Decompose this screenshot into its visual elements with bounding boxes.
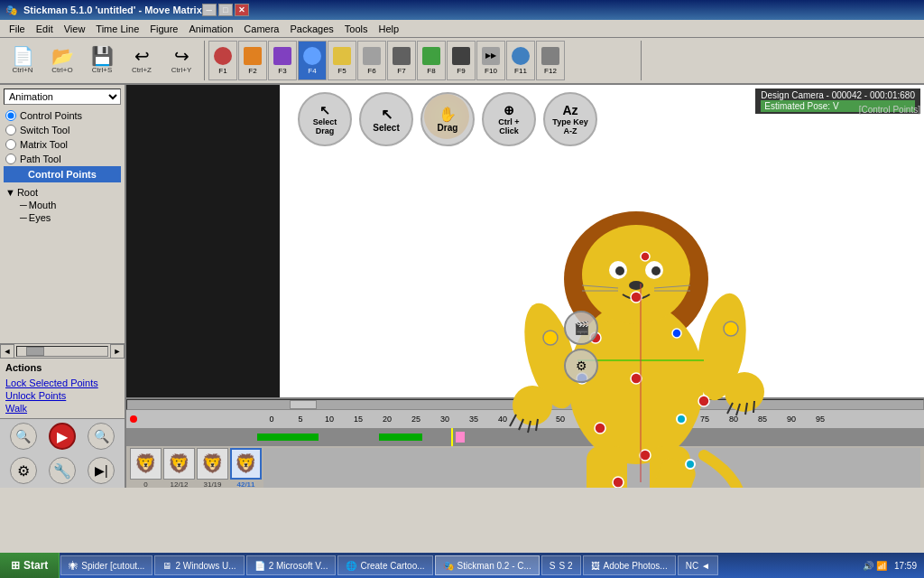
menu-help[interactable]: Help <box>373 22 404 36</box>
taskbar-spider[interactable]: 🕷 Spider [cutout... <box>60 555 152 575</box>
matrix-tool-radio[interactable]: Matrix Tool <box>0 137 125 152</box>
menu-view[interactable]: View <box>59 22 91 36</box>
f3-button[interactable]: F3 <box>268 41 297 80</box>
f6-button[interactable]: F6 <box>357 41 386 80</box>
scroll-left-arrow[interactable]: ◄ <box>0 344 14 359</box>
switch-tool-input[interactable] <box>5 125 16 135</box>
f9-button[interactable]: F9 <box>447 41 476 80</box>
menu-edit[interactable]: Edit <box>31 22 59 36</box>
svg-point-32 <box>672 329 681 338</box>
zoom-in-button[interactable]: 🔍 <box>88 423 115 450</box>
thumbnail-box-2[interactable]: 🦁 <box>197 448 228 480</box>
lock-selected-points[interactable]: Lock Selected Points <box>5 377 119 389</box>
path-tool-input[interactable] <box>5 154 16 164</box>
type-key-tool[interactable]: Az Type KeyA-Z <box>543 92 597 146</box>
tree-eyes[interactable]: ─ Eyes <box>5 211 119 224</box>
svg-line-7 <box>510 415 516 426</box>
tree-root[interactable]: ▼ Root <box>5 186 119 199</box>
timeline-playhead[interactable] <box>451 428 453 446</box>
f8-button[interactable]: F8 <box>417 41 446 80</box>
thumb-label-1: 12/12 <box>170 480 188 489</box>
tree-dash: ─ <box>20 200 27 210</box>
f4-button[interactable]: F4 <box>298 41 327 80</box>
horizontal-scrollbar[interactable]: ◄ ► <box>0 343 125 358</box>
control-points-input[interactable] <box>5 110 16 121</box>
unlock-points[interactable]: Unlock Points <box>5 389 119 402</box>
thumbnail-box-0[interactable]: 🦁 <box>130 448 162 480</box>
settings-button[interactable]: ⚙ <box>10 457 37 484</box>
f7-button[interactable]: F7 <box>387 41 416 80</box>
play-button[interactable]: ▶ <box>49 423 76 450</box>
animation-select[interactable]: Animation <box>4 89 121 105</box>
open-button[interactable]: 📂 Ctrl+O <box>43 41 81 80</box>
control-points-display: [Control Points] <box>859 105 920 115</box>
taskbar-stickman[interactable]: 🎭 Stickman 0.2 - C... <box>435 555 540 575</box>
f1-button[interactable]: F1 <box>208 41 237 80</box>
thumbnail-box-3[interactable]: 🦁 <box>230 448 262 480</box>
menu-tools[interactable]: Tools <box>339 22 374 36</box>
thumbnail-1[interactable]: 🦁 12/12 <box>163 448 195 489</box>
f2-button[interactable]: F2 <box>238 41 267 80</box>
menu-packages[interactable]: Packages <box>284 22 338 36</box>
menu-timeline[interactable]: Time Line <box>90 22 144 36</box>
path-tool-radio[interactable]: Path Tool <box>0 152 125 166</box>
taskbar-windows-u[interactable]: 🖥 2 Windows U... <box>154 555 244 575</box>
matrix-tool-label: Matrix Tool <box>20 139 68 150</box>
scroll-right-arrow[interactable]: ► <box>110 344 125 359</box>
open-icon: 📂 <box>51 47 74 65</box>
undo-button[interactable]: ↩ Ctrl+Z <box>123 41 161 80</box>
next-button[interactable]: ▶| <box>88 457 115 484</box>
minimize-button[interactable]: ─ <box>202 4 217 16</box>
taskbar-create-cartoon[interactable]: 🌐 Create Cartoo... <box>337 555 432 575</box>
thumbnail-0[interactable]: 🦁 0 <box>130 448 162 489</box>
maximize-button[interactable]: □ <box>218 4 233 16</box>
switch-tool-radio[interactable]: Switch Tool <box>0 123 125 137</box>
f5-button[interactable]: F5 <box>328 41 356 80</box>
thumbnail-box-1[interactable]: 🦁 <box>163 448 195 480</box>
f12-button[interactable]: F12 <box>536 41 565 80</box>
actions-panel: Actions Lock Selected Points Unlock Poin… <box>0 358 125 418</box>
camera-label: Design Camera - 000042 - 000:01:680 <box>761 90 915 100</box>
menu-animation[interactable]: Animation <box>183 22 238 36</box>
taskbar-nc[interactable]: NC ◄ <box>678 555 718 575</box>
start-button[interactable]: ⊞ Start <box>0 553 60 578</box>
taskbar-icon-6: S <box>550 561 556 571</box>
f11-button[interactable]: F11 <box>506 41 535 80</box>
drag-tool[interactable]: ✋ Drag <box>420 92 475 146</box>
save-button[interactable]: 💾 Ctrl+S <box>83 41 121 80</box>
taskbar-label-3: 2 Microsoft V... <box>269 561 328 571</box>
zoom-out-button[interactable]: 🔍 <box>10 423 37 450</box>
overlay-circle-2[interactable]: ⚙ <box>564 349 598 383</box>
canvas-area[interactable]: Design Camera - 000042 - 000:01:680 Esti… <box>126 85 924 488</box>
svg-point-42 <box>641 252 650 261</box>
select-drag-tool[interactable]: ↖ SelectDrag <box>298 92 352 146</box>
taskbar-microsoft-v[interactable]: 📄 2 Microsoft V... <box>246 555 337 575</box>
thumb-label-0: 0 <box>143 480 147 489</box>
taskbar-s2[interactable]: S S 2 <box>541 555 581 575</box>
overlay-circle-1[interactable]: 🎬 <box>564 311 598 345</box>
tree-mouth[interactable]: ─ Mouth <box>5 199 119 211</box>
taskbar-label-5: Stickman 0.2 - C... <box>457 561 531 571</box>
tree-root-label: Root <box>17 187 38 198</box>
control-points-radio[interactable]: Control Points <box>0 108 125 123</box>
thumbnail-3[interactable]: 🦁 42/11 <box>230 448 262 489</box>
close-button[interactable]: ✕ <box>235 4 249 16</box>
walk-action[interactable]: Walk <box>5 402 119 415</box>
menu-camera[interactable]: Camera <box>238 22 284 36</box>
scroll-thumb[interactable] <box>26 347 44 356</box>
timeline-scroll-thumb[interactable] <box>290 400 317 409</box>
wrench-button[interactable]: 🔧 <box>49 457 76 484</box>
redo-button[interactable]: ↪ Ctrl+Y <box>162 41 200 80</box>
matrix-tool-input[interactable] <box>5 139 16 150</box>
menu-figure[interactable]: Figure <box>144 22 183 36</box>
redo-icon: ↪ <box>174 47 189 65</box>
menu-file[interactable]: File <box>4 22 31 36</box>
toolbar: 📄 Ctrl+N 📂 Ctrl+O 💾 Ctrl+S ↩ Ctrl+Z ↪ Ct… <box>0 38 924 85</box>
scroll-track[interactable] <box>16 346 108 357</box>
select-tool[interactable]: ↖ Select <box>359 92 413 146</box>
new-button[interactable]: 📄 Ctrl+N <box>4 41 42 80</box>
f10-button[interactable]: ▶▶ F10 <box>476 41 505 80</box>
ctrl-click-tool[interactable]: ⊕ Ctrl +Click <box>482 92 536 146</box>
taskbar-photoshop[interactable]: 🖼 Adobe Photos... <box>583 555 676 575</box>
thumbnail-2[interactable]: 🦁 31/19 <box>197 448 228 489</box>
